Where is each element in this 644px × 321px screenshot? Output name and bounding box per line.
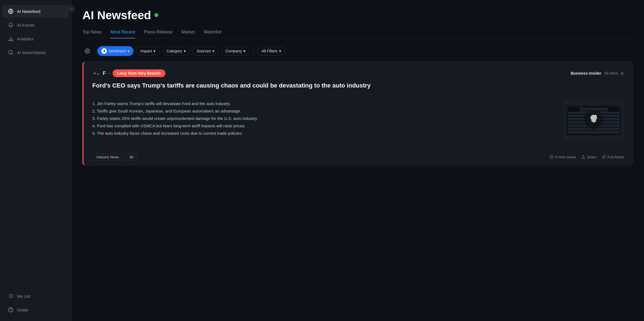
category-chevron-icon: ▾ [184, 49, 186, 53]
share-label: Share [587, 155, 596, 159]
article-title: Ford's CEO says Trump's tariffs are caus… [92, 81, 371, 90]
sidebar-label-my-list: My List [17, 294, 30, 299]
sentiment-filter-label: Sentiment [109, 49, 126, 53]
summary-point-5: 5. The auto industry faces chaos and inc… [92, 129, 557, 137]
bell-icon [8, 22, 14, 28]
svg-rect-32 [568, 107, 580, 112]
category-filter-label: Category [166, 49, 182, 53]
article-image-svg [564, 100, 624, 141]
search-icon [8, 49, 14, 55]
full-article-label: Full Article [607, 155, 624, 159]
impact-filter-label: Impact [140, 49, 152, 53]
summary-point-1: 1. Jim Farley warns Trump's tariffs will… [92, 100, 557, 107]
article-actions: 4 mins saved Share Full Article [549, 155, 624, 159]
impact-chevron-icon: ▾ [154, 49, 156, 53]
main-content: AI Newsfeed Top News Most Recent Press R… [71, 0, 644, 321]
tab-most-recent[interactable]: Most Recent [110, 30, 135, 38]
summary-point-3: 3. Farley states 25% tariffs would creat… [92, 115, 557, 122]
sidebar-label-ai-newsfeed: AI Newsfeed [17, 9, 40, 14]
ticker-symbol[interactable]: F [103, 71, 106, 76]
article-time-ago: 53 mins [604, 71, 618, 75]
sidebar-item-analytics[interactable]: Analytics [2, 32, 69, 45]
svg-rect-33 [607, 107, 620, 112]
time-saved-indicator: 4 mins saved [549, 155, 576, 159]
sentiment-badge: Long Term Very Bearish [113, 69, 165, 77]
tab-press-release[interactable]: Press Release [144, 30, 173, 38]
sources-filter-button[interactable]: Sources ▾ [193, 47, 218, 55]
sidebar-label-analytics: Analytics [17, 36, 34, 41]
sidebar: AI Newsfeed AI Events Analytics AI Searc… [0, 0, 71, 321]
all-filters-label: All Filters [262, 49, 277, 53]
svg-line-7 [12, 54, 13, 55]
live-status-indicator [154, 13, 158, 17]
question-icon [8, 307, 14, 313]
sidebar-label-guide: Guide [17, 308, 28, 312]
svg-line-36 [604, 156, 605, 157]
summary-point-4: 4. Ford has complied with USMCA but fear… [92, 122, 557, 129]
tab-market[interactable]: Market [181, 30, 195, 38]
sentiment-count-badge: 4 [101, 48, 107, 54]
sidebar-label-ai-search: AI Search(beta) [17, 50, 46, 55]
article-source: Business Insider [571, 71, 601, 75]
full-article-button[interactable]: Full Article [602, 155, 624, 159]
category-filter-button[interactable]: Category ▾ [162, 47, 190, 55]
news-card: F › Long Term Very Bearish Business Insi… [82, 61, 633, 165]
page-title: AI Newsfeed [82, 9, 151, 22]
globe-icon [8, 8, 14, 14]
list-icon [8, 293, 14, 299]
company-chevron-icon: ▾ [243, 49, 245, 53]
filter-bar: 4 Sentiment ▾ Impact ▾ Category ▾ Source… [82, 46, 633, 56]
sidebar-item-ai-newsfeed[interactable]: AI Newsfeed [2, 5, 69, 18]
news-card-body: 1. Jim Farley warns Trump's tariffs will… [92, 100, 624, 141]
news-card-meta-right: Business Insider 53 mins ∧ [571, 70, 624, 76]
clock-icon [549, 155, 553, 159]
article-image [564, 100, 624, 141]
tag-score[interactable]: 85 [126, 153, 137, 161]
chart-icon [8, 36, 14, 42]
all-filters-chevron-icon: ▾ [279, 49, 281, 53]
news-card-body-area: F › Long Term Very Bearish Business Insi… [84, 62, 633, 149]
impact-filter-button[interactable]: Impact ▾ [136, 47, 160, 55]
ticker-arrow-icon: › [109, 71, 110, 76]
sources-chevron-icon: ▾ [212, 49, 214, 53]
sidebar-item-guide[interactable]: Guide [2, 303, 69, 316]
tag-industry-news[interactable]: Industry News [92, 153, 123, 161]
company-filter-label: Company [225, 49, 242, 53]
sentiment-chevron-icon: ▾ [127, 49, 129, 53]
news-card-meta-left: F › Long Term Very Bearish [92, 69, 165, 77]
tab-bar: Top News Most Recent Press Release Marke… [82, 30, 633, 38]
all-filters-button[interactable]: All Filters ▾ [257, 47, 285, 55]
time-saved-label: 4 mins saved [555, 155, 576, 159]
article-summary-points: 1. Jim Farley warns Trump's tariffs will… [92, 100, 557, 141]
article-tags: Industry News 85 [92, 153, 137, 161]
filter-separator [253, 47, 254, 55]
tab-top-news[interactable]: Top News [82, 30, 102, 38]
sidebar-label-ai-events: AI Events [17, 23, 35, 27]
sources-filter-label: Sources [197, 49, 211, 53]
filter-settings-button[interactable] [82, 46, 92, 56]
collapse-button[interactable]: ∧ [620, 70, 624, 76]
tab-watchlist[interactable]: Watchlist [204, 30, 221, 38]
news-card-footer: Industry News 85 4 mins saved Share [84, 149, 633, 165]
external-link-icon [602, 155, 606, 159]
summary-point-2: 2. Tariffs give South Korean, Japanese, … [92, 107, 557, 115]
sentiment-filter-button[interactable]: 4 Sentiment ▾ [97, 46, 134, 56]
collapse-sidebar-button[interactable]: « [68, 5, 75, 12]
svg-point-16 [87, 50, 88, 52]
ticker-plus-icon [92, 71, 100, 76]
sidebar-item-ai-search[interactable]: AI Search(beta) [2, 46, 69, 59]
sidebar-item-ai-events[interactable]: AI Events [2, 19, 69, 31]
company-filter-button[interactable]: Company ▾ [221, 47, 249, 55]
sidebar-item-my-list[interactable]: My List [2, 290, 69, 302]
share-button[interactable]: Share [581, 155, 596, 159]
svg-rect-30 [568, 131, 620, 133]
news-card-header: F › Long Term Very Bearish Business Insi… [92, 69, 624, 77]
share-icon [581, 155, 585, 159]
page-header: AI Newsfeed [82, 9, 633, 22]
